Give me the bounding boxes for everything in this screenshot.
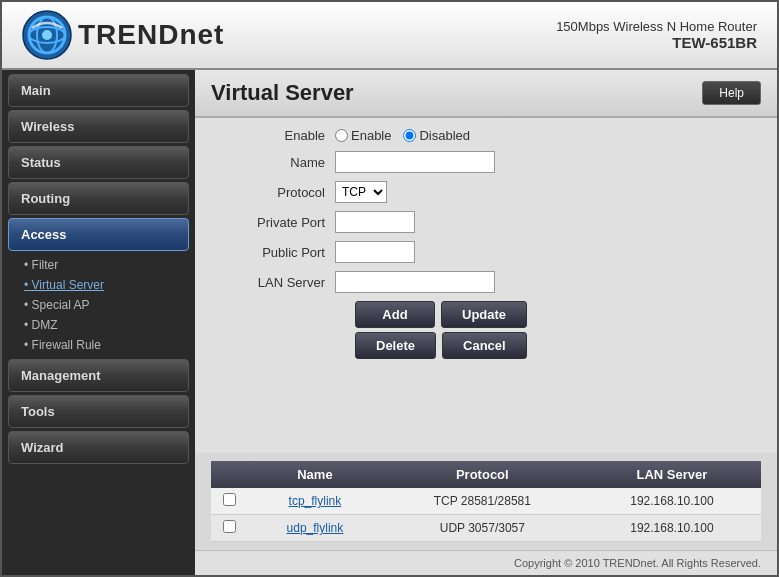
col-protocol: Protocol [382, 461, 583, 488]
copyright-text: Copyright © 2010 TRENDnet. All Rights Re… [514, 557, 761, 569]
public-port-label: Public Port [215, 245, 335, 260]
private-port-row: Private Port [215, 211, 757, 233]
name-label: Name [215, 155, 335, 170]
table-row: udp_flylink UDP 3057/3057 192.168.10.100 [211, 515, 761, 542]
protocol-label: Protocol [215, 185, 335, 200]
public-port-input[interactable] [335, 241, 415, 263]
enable-label: Enable [215, 128, 335, 143]
protocol-row: Protocol TCP UDP Both [215, 181, 757, 203]
col-name: Name [248, 461, 382, 488]
enable-radio-label[interactable]: Enable [335, 128, 391, 143]
update-button[interactable]: Update [441, 301, 527, 328]
lan-server-row: LAN Server [215, 271, 757, 293]
page-title: Virtual Server [211, 80, 354, 106]
add-button[interactable]: Add [355, 301, 435, 328]
device-info: 150Mbps Wireless N Home Router TEW-651BR [556, 19, 757, 51]
button-row-1: Add Update [355, 301, 757, 328]
svg-point-4 [42, 30, 52, 40]
nav-tools[interactable]: Tools [8, 395, 189, 428]
col-lan-server: LAN Server [583, 461, 761, 488]
sidebar: Main Wireless Status Routing Access Filt… [2, 70, 195, 575]
row-name-0[interactable]: tcp_flylink [248, 488, 382, 515]
submenu-dmz[interactable]: DMZ [20, 316, 189, 334]
table-header-row: Name Protocol LAN Server [211, 461, 761, 488]
submenu-firewall-rule[interactable]: Firewall Rule [20, 336, 189, 354]
enable-row: Enable Enable Disabled [215, 128, 757, 143]
content-area: Virtual Server Help Enable Enable [195, 70, 777, 575]
submenu-filter[interactable]: Filter [20, 256, 189, 274]
row-lan-server-0: 192.168.10.100 [583, 488, 761, 515]
row-checkbox-0[interactable] [223, 493, 236, 506]
protocol-select[interactable]: TCP UDP Both [335, 181, 387, 203]
trendnet-logo-icon [22, 10, 72, 60]
nav-access[interactable]: Access [8, 218, 189, 251]
virtual-server-table: Name Protocol LAN Server tcp_flylink TCP… [211, 461, 761, 542]
row-protocol-0: TCP 28581/28581 [382, 488, 583, 515]
enable-radio[interactable] [335, 129, 348, 142]
submenu-virtual-server[interactable]: Virtual Server [20, 276, 189, 294]
logo-area: TRENDnet [22, 10, 224, 60]
disable-radio[interactable] [403, 129, 416, 142]
footer: Copyright © 2010 TRENDnet. All Rights Re… [195, 550, 777, 575]
private-port-control [335, 211, 415, 233]
row-lan-server-1: 192.168.10.100 [583, 515, 761, 542]
cancel-button[interactable]: Cancel [442, 332, 527, 359]
public-port-control [335, 241, 415, 263]
nav-management[interactable]: Management [8, 359, 189, 392]
delete-button[interactable]: Delete [355, 332, 436, 359]
enable-control: Enable Disabled [335, 128, 470, 143]
disable-radio-label[interactable]: Disabled [403, 128, 470, 143]
col-checkbox [211, 461, 248, 488]
row-protocol-1: UDP 3057/3057 [382, 515, 583, 542]
row-checkbox-1[interactable] [223, 520, 236, 533]
row-name-1[interactable]: udp_flylink [248, 515, 382, 542]
product-line: 150Mbps Wireless N Home Router [556, 19, 757, 34]
form-area: Enable Enable Disabled Name [195, 118, 777, 453]
brand-name: TRENDnet [78, 19, 224, 51]
header: TRENDnet 150Mbps Wireless N Home Router … [2, 2, 777, 70]
nav-wireless[interactable]: Wireless [8, 110, 189, 143]
lan-server-input[interactable] [335, 271, 495, 293]
lan-server-label: LAN Server [215, 275, 335, 290]
nav-routing[interactable]: Routing [8, 182, 189, 215]
button-row-2: Delete Cancel [355, 332, 757, 359]
protocol-control: TCP UDP Both [335, 181, 387, 203]
name-row: Name [215, 151, 757, 173]
private-port-input[interactable] [335, 211, 415, 233]
nav-main[interactable]: Main [8, 74, 189, 107]
table-area: Name Protocol LAN Server tcp_flylink TCP… [195, 453, 777, 550]
model-name: TEW-651BR [556, 34, 757, 51]
private-port-label: Private Port [215, 215, 335, 230]
name-control [335, 151, 495, 173]
lan-server-control [335, 271, 495, 293]
help-button[interactable]: Help [702, 81, 761, 105]
nav-status[interactable]: Status [8, 146, 189, 179]
access-submenu: Filter Virtual Server Special AP DMZ Fir… [8, 254, 189, 356]
page-header: Virtual Server Help [195, 70, 777, 118]
row-checkbox-cell [211, 488, 248, 515]
row-checkbox-cell [211, 515, 248, 542]
nav-wizard[interactable]: Wizard [8, 431, 189, 464]
name-input[interactable] [335, 151, 495, 173]
public-port-row: Public Port [215, 241, 757, 263]
submenu-special-ap[interactable]: Special AP [20, 296, 189, 314]
table-row: tcp_flylink TCP 28581/28581 192.168.10.1… [211, 488, 761, 515]
